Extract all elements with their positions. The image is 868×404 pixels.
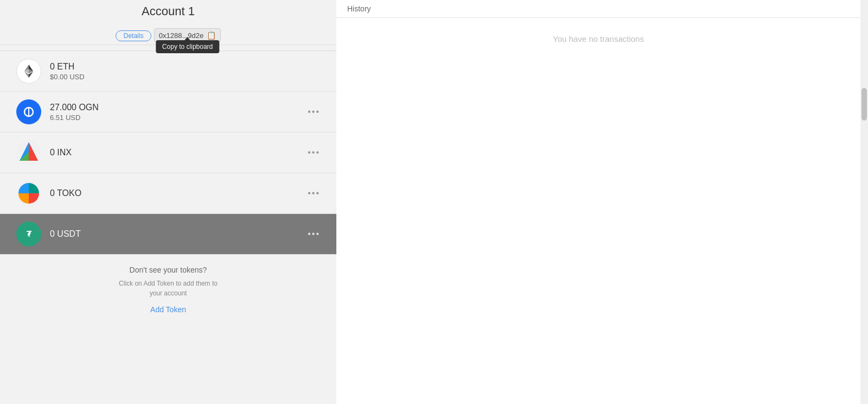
copy-icon[interactable]: 📋 xyxy=(207,31,216,40)
account-header: Account 1 Details 0x1288...9d2e 📋 Copy t… xyxy=(0,0,336,45)
add-token-link[interactable]: Add Token xyxy=(150,305,186,314)
eth-amount: 0 ETH xyxy=(50,62,320,72)
footer-title: Don't see your tokens? xyxy=(11,266,326,274)
usdt-menu[interactable]: ••• xyxy=(308,229,320,239)
token-item-ogn[interactable]: 27.000 OGN 6.51 USD ••• xyxy=(0,92,336,132)
toko-amount: 0 TOKO xyxy=(50,188,302,198)
usdt-info: 0 USDT xyxy=(50,229,302,239)
inx-icon xyxy=(16,140,41,165)
usdt-amount: 0 USDT xyxy=(50,229,302,239)
eth-icon xyxy=(16,59,41,84)
footer-section: Don't see your tokens? Click on Add Toke… xyxy=(0,255,336,325)
ogn-amount: 27.000 OGN xyxy=(50,103,302,112)
inx-amount: 0 INX xyxy=(50,148,302,157)
ogn-usd: 6.51 USD xyxy=(50,113,302,122)
scrollbar[interactable] xyxy=(860,0,868,404)
footer-desc: Click on Add Token to add them toyour ac… xyxy=(11,279,326,298)
toko-menu[interactable]: ••• xyxy=(308,188,320,198)
eth-info: 0 ETH $0.00 USD xyxy=(50,62,320,81)
right-panel: History You have no transactions xyxy=(336,0,860,404)
token-item-toko[interactable]: 0 TOKO ••• xyxy=(0,173,336,214)
token-item-usdt[interactable]: ₮ 0 USDT ••• xyxy=(0,214,336,255)
token-list: 0 ETH $0.00 USD 27.000 OGN 6.51 USD ••• xyxy=(0,51,336,255)
toko-info: 0 TOKO xyxy=(50,188,302,198)
ogn-icon xyxy=(16,99,41,124)
address-text: 0x1288...9d2e xyxy=(159,31,203,40)
left-panel: Account 1 Details 0x1288...9d2e 📋 Copy t… xyxy=(0,0,336,404)
ogn-info: 27.000 OGN 6.51 USD xyxy=(50,103,302,122)
scrollbar-thumb[interactable] xyxy=(861,88,867,121)
copy-tooltip: Copy to clipboard xyxy=(156,40,219,53)
history-empty-message: You have no transactions xyxy=(336,18,860,404)
token-item-eth[interactable]: 0 ETH $0.00 USD xyxy=(0,51,336,92)
inx-menu[interactable]: ••• xyxy=(308,148,320,157)
token-item-inx[interactable]: 0 INX ••• xyxy=(0,132,336,173)
account-title: Account 1 xyxy=(0,4,336,18)
inx-info: 0 INX xyxy=(50,148,302,157)
svg-text:₮: ₮ xyxy=(27,230,32,238)
details-button[interactable]: Details xyxy=(116,30,152,41)
toko-icon xyxy=(16,181,41,206)
usdt-icon: ₮ xyxy=(16,222,41,247)
history-tab[interactable]: History xyxy=(336,0,860,18)
ogn-menu[interactable]: ••• xyxy=(308,107,320,117)
eth-usd: $0.00 USD xyxy=(50,73,320,81)
